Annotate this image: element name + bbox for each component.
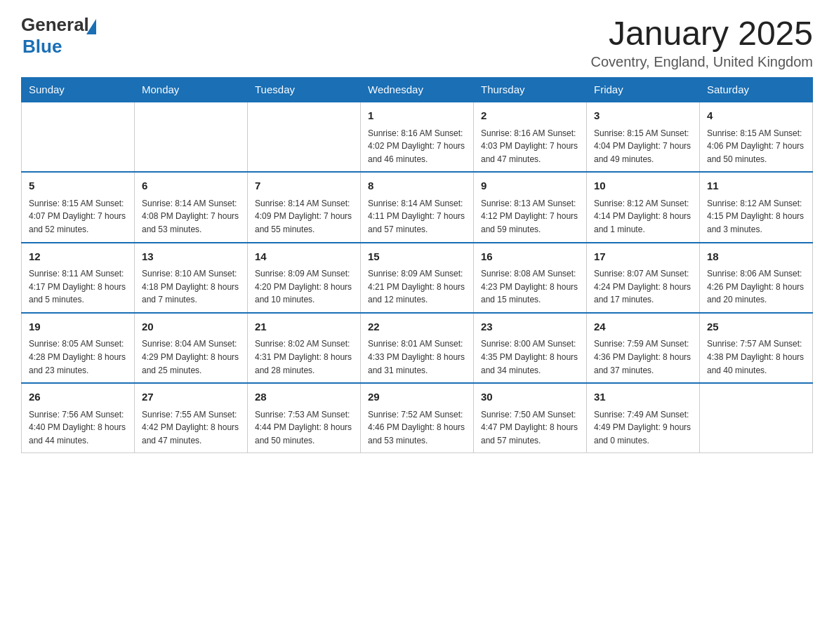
calendar-cell: 12Sunrise: 8:11 AM Sunset: 4:17 PM Dayli… (22, 243, 135, 313)
calendar-cell: 15Sunrise: 8:09 AM Sunset: 4:21 PM Dayli… (361, 243, 474, 313)
day-number: 15 (368, 249, 466, 265)
day-number: 30 (481, 389, 579, 405)
day-number: 23 (481, 319, 579, 335)
day-header-wednesday: Wednesday (361, 78, 474, 102)
title-area: January 2025 Coventry, England, United K… (591, 14, 813, 70)
day-header-monday: Monday (135, 78, 248, 102)
day-number: 2 (481, 108, 579, 124)
logo: General Blue (21, 14, 96, 58)
calendar-cell: 6Sunrise: 8:14 AM Sunset: 4:08 PM Daylig… (135, 172, 248, 242)
calendar-cell: 9Sunrise: 8:13 AM Sunset: 4:12 PM Daylig… (474, 172, 587, 242)
day-info: Sunrise: 7:59 AM Sunset: 4:36 PM Dayligh… (594, 337, 692, 377)
logo-blue-text: Blue (22, 36, 62, 58)
calendar-week-row: 12Sunrise: 8:11 AM Sunset: 4:17 PM Dayli… (22, 243, 813, 313)
day-info: Sunrise: 7:55 AM Sunset: 4:42 PM Dayligh… (142, 408, 240, 448)
calendar-cell: 16Sunrise: 8:08 AM Sunset: 4:23 PM Dayli… (474, 243, 587, 313)
day-info: Sunrise: 8:14 AM Sunset: 4:11 PM Dayligh… (368, 197, 466, 236)
day-number: 11 (707, 178, 805, 194)
day-number: 28 (255, 389, 353, 405)
day-info: Sunrise: 8:11 AM Sunset: 4:17 PM Dayligh… (29, 267, 127, 307)
day-info: Sunrise: 8:10 AM Sunset: 4:18 PM Dayligh… (142, 267, 240, 307)
day-number: 3 (594, 108, 692, 124)
calendar-cell: 17Sunrise: 8:07 AM Sunset: 4:24 PM Dayli… (587, 243, 700, 313)
day-info: Sunrise: 8:01 AM Sunset: 4:33 PM Dayligh… (368, 337, 466, 377)
day-info: Sunrise: 8:14 AM Sunset: 4:09 PM Dayligh… (255, 197, 353, 236)
day-header-friday: Friday (587, 78, 700, 102)
calendar-cell: 24Sunrise: 7:59 AM Sunset: 4:36 PM Dayli… (587, 313, 700, 383)
day-info: Sunrise: 8:09 AM Sunset: 4:20 PM Dayligh… (255, 267, 353, 307)
calendar-cell: 21Sunrise: 8:02 AM Sunset: 4:31 PM Dayli… (248, 313, 361, 383)
calendar-cell: 29Sunrise: 7:52 AM Sunset: 4:46 PM Dayli… (361, 383, 474, 453)
day-info: Sunrise: 8:00 AM Sunset: 4:35 PM Dayligh… (481, 337, 579, 377)
calendar-cell: 26Sunrise: 7:56 AM Sunset: 4:40 PM Dayli… (22, 383, 135, 453)
day-header-tuesday: Tuesday (248, 78, 361, 102)
calendar-cell: 22Sunrise: 8:01 AM Sunset: 4:33 PM Dayli… (361, 313, 474, 383)
calendar-cell: 30Sunrise: 7:50 AM Sunset: 4:47 PM Dayli… (474, 383, 587, 453)
calendar-cell: 18Sunrise: 8:06 AM Sunset: 4:26 PM Dayli… (700, 243, 813, 313)
location-text: Coventry, England, United Kingdom (591, 54, 813, 70)
calendar-cell: 5Sunrise: 8:15 AM Sunset: 4:07 PM Daylig… (22, 172, 135, 242)
calendar-cell: 20Sunrise: 8:04 AM Sunset: 4:29 PM Dayli… (135, 313, 248, 383)
calendar-cell (700, 383, 813, 453)
calendar-cell: 2Sunrise: 8:16 AM Sunset: 4:03 PM Daylig… (474, 102, 587, 172)
day-info: Sunrise: 8:15 AM Sunset: 4:07 PM Dayligh… (29, 197, 127, 236)
day-info: Sunrise: 8:04 AM Sunset: 4:29 PM Dayligh… (142, 337, 240, 377)
day-number: 17 (594, 249, 692, 265)
day-number: 25 (707, 319, 805, 335)
calendar-cell: 19Sunrise: 8:05 AM Sunset: 4:28 PM Dayli… (22, 313, 135, 383)
day-number: 5 (29, 178, 127, 194)
day-number: 10 (594, 178, 692, 194)
day-number: 20 (142, 319, 240, 335)
day-number: 29 (368, 389, 466, 405)
calendar-cell: 4Sunrise: 8:15 AM Sunset: 4:06 PM Daylig… (700, 102, 813, 172)
day-header-sunday: Sunday (22, 78, 135, 102)
day-info: Sunrise: 7:52 AM Sunset: 4:46 PM Dayligh… (368, 408, 466, 448)
day-number: 12 (29, 249, 127, 265)
logo-general-text: General (21, 14, 89, 36)
day-number: 16 (481, 249, 579, 265)
day-number: 27 (142, 389, 240, 405)
day-info: Sunrise: 8:08 AM Sunset: 4:23 PM Dayligh… (481, 267, 579, 307)
day-number: 6 (142, 178, 240, 194)
day-number: 13 (142, 249, 240, 265)
day-info: Sunrise: 8:16 AM Sunset: 4:02 PM Dayligh… (368, 127, 466, 166)
day-info: Sunrise: 7:50 AM Sunset: 4:47 PM Dayligh… (481, 408, 579, 448)
day-info: Sunrise: 8:13 AM Sunset: 4:12 PM Dayligh… (481, 197, 579, 236)
day-info: Sunrise: 8:15 AM Sunset: 4:06 PM Dayligh… (707, 127, 805, 166)
day-number: 1 (368, 108, 466, 124)
day-number: 24 (594, 319, 692, 335)
calendar-cell (135, 102, 248, 172)
calendar-week-row: 1Sunrise: 8:16 AM Sunset: 4:02 PM Daylig… (22, 102, 813, 172)
calendar-cell: 25Sunrise: 7:57 AM Sunset: 4:38 PM Dayli… (700, 313, 813, 383)
day-info: Sunrise: 8:07 AM Sunset: 4:24 PM Dayligh… (594, 267, 692, 307)
day-info: Sunrise: 7:49 AM Sunset: 4:49 PM Dayligh… (594, 408, 692, 448)
calendar-cell: 23Sunrise: 8:00 AM Sunset: 4:35 PM Dayli… (474, 313, 587, 383)
calendar-header-row: SundayMondayTuesdayWednesdayThursdayFrid… (22, 78, 813, 102)
day-info: Sunrise: 8:09 AM Sunset: 4:21 PM Dayligh… (368, 267, 466, 307)
day-number: 21 (255, 319, 353, 335)
calendar-cell (22, 102, 135, 172)
day-number: 31 (594, 389, 692, 405)
day-info: Sunrise: 8:12 AM Sunset: 4:15 PM Dayligh… (707, 197, 805, 236)
calendar-cell: 8Sunrise: 8:14 AM Sunset: 4:11 PM Daylig… (361, 172, 474, 242)
calendar-week-row: 26Sunrise: 7:56 AM Sunset: 4:40 PM Dayli… (22, 383, 813, 453)
day-number: 19 (29, 319, 127, 335)
day-number: 22 (368, 319, 466, 335)
calendar-cell: 11Sunrise: 8:12 AM Sunset: 4:15 PM Dayli… (700, 172, 813, 242)
logo-triangle-icon (86, 19, 96, 34)
calendar-cell: 7Sunrise: 8:14 AM Sunset: 4:09 PM Daylig… (248, 172, 361, 242)
calendar-cell: 10Sunrise: 8:12 AM Sunset: 4:14 PM Dayli… (587, 172, 700, 242)
calendar-week-row: 5Sunrise: 8:15 AM Sunset: 4:07 PM Daylig… (22, 172, 813, 242)
calendar-week-row: 19Sunrise: 8:05 AM Sunset: 4:28 PM Dayli… (22, 313, 813, 383)
calendar-cell (248, 102, 361, 172)
day-info: Sunrise: 8:02 AM Sunset: 4:31 PM Dayligh… (255, 337, 353, 377)
day-number: 7 (255, 178, 353, 194)
day-info: Sunrise: 8:16 AM Sunset: 4:03 PM Dayligh… (481, 127, 579, 166)
day-info: Sunrise: 8:06 AM Sunset: 4:26 PM Dayligh… (707, 267, 805, 307)
calendar-cell: 27Sunrise: 7:55 AM Sunset: 4:42 PM Dayli… (135, 383, 248, 453)
calendar-table: SundayMondayTuesdayWednesdayThursdayFrid… (21, 77, 813, 453)
day-number: 26 (29, 389, 127, 405)
calendar-cell: 13Sunrise: 8:10 AM Sunset: 4:18 PM Dayli… (135, 243, 248, 313)
day-number: 8 (368, 178, 466, 194)
day-info: Sunrise: 8:15 AM Sunset: 4:04 PM Dayligh… (594, 127, 692, 166)
